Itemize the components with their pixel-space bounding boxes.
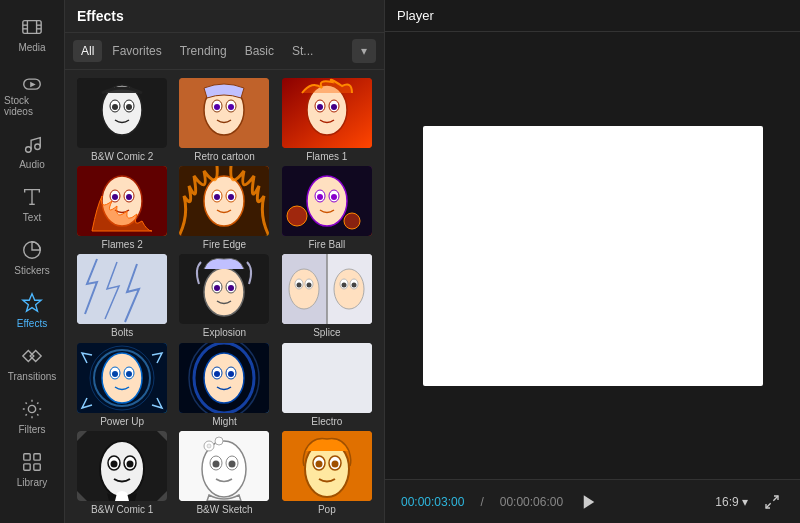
fullscreen-button[interactable] xyxy=(760,490,784,514)
effect-thumb-bolts xyxy=(77,254,167,324)
svg-marker-7 xyxy=(30,82,36,88)
svg-point-50 xyxy=(307,176,347,226)
play-icon xyxy=(580,493,598,511)
sidebar-item-effects[interactable]: Effects xyxy=(0,284,64,337)
sidebar-item-stickers-label: Stickers xyxy=(14,265,50,276)
player-canvas xyxy=(423,126,763,386)
effect-retro-cartoon[interactable]: Retro cartoon xyxy=(175,78,273,162)
effect-explosion[interactable]: Explosion xyxy=(175,254,273,338)
aspect-ratio-label: 16:9 ▾ xyxy=(715,495,748,509)
svg-point-68 xyxy=(289,269,319,309)
effect-explosion-label: Explosion xyxy=(203,327,246,338)
effect-might-label: Might xyxy=(212,416,236,427)
svg-point-90 xyxy=(214,371,220,377)
aspect-ratio-selector[interactable]: 16:9 ▾ xyxy=(715,495,748,509)
svg-rect-16 xyxy=(34,454,40,460)
sidebar-item-stock-videos-label: Stock videos xyxy=(4,95,60,117)
effect-thumb-fire-edge xyxy=(179,166,269,236)
effect-bw-comic2[interactable]: B&W Comic 2 xyxy=(73,78,171,162)
svg-rect-18 xyxy=(34,464,40,470)
music-icon xyxy=(21,133,43,155)
tab-trending[interactable]: Trending xyxy=(172,40,235,62)
effect-fire-ball[interactable]: Fire Ball xyxy=(278,166,376,250)
effect-bw-sketch-label: B&W Sketch xyxy=(196,504,252,515)
effect-bw-comic1-label: B&W Comic 1 xyxy=(91,504,153,515)
effect-electro[interactable]: Electro xyxy=(278,343,376,427)
tab-favorites[interactable]: Favorites xyxy=(104,40,169,62)
effect-fire-ball-label: Fire Ball xyxy=(308,239,345,250)
effect-thumb-pop xyxy=(282,431,372,501)
svg-line-118 xyxy=(766,503,771,508)
svg-point-72 xyxy=(306,283,311,288)
svg-point-8 xyxy=(26,147,31,153)
effect-bw-comic1[interactable]: B&W Comic 1 xyxy=(73,431,171,515)
sidebar-item-transitions-label: Transitions xyxy=(8,371,57,382)
svg-line-117 xyxy=(773,496,778,501)
tab-styles[interactable]: St... xyxy=(284,40,321,62)
sidebar-item-filters[interactable]: Filters xyxy=(0,390,64,443)
effect-splice[interactable]: Splice xyxy=(278,254,376,338)
player-title: Player xyxy=(397,8,434,23)
time-current: 00:00:03:00 xyxy=(401,495,464,509)
effect-flames2[interactable]: Flames 2 xyxy=(73,166,171,250)
svg-point-42 xyxy=(126,194,132,200)
sidebar-item-library[interactable]: Library xyxy=(0,443,64,496)
sidebar-item-media-label: Media xyxy=(18,42,45,53)
svg-point-100 xyxy=(127,460,134,467)
tab-basic[interactable]: Basic xyxy=(237,40,282,62)
sidebar-item-media[interactable]: Media xyxy=(0,8,64,61)
player-header: Player xyxy=(385,0,800,32)
svg-point-9 xyxy=(35,144,41,150)
effect-thumb-powerup xyxy=(77,343,167,413)
svg-point-77 xyxy=(351,283,356,288)
effect-might[interactable]: Might xyxy=(175,343,273,427)
sidebar-item-audio[interactable]: Audio xyxy=(0,125,64,178)
svg-point-108 xyxy=(207,444,211,448)
time-separator: / xyxy=(480,495,483,509)
effect-thumb-splice xyxy=(282,254,372,324)
svg-point-91 xyxy=(228,371,234,377)
svg-point-54 xyxy=(331,194,337,200)
svg-point-41 xyxy=(112,194,118,200)
effects-icon xyxy=(21,292,43,314)
effect-bolts-label: Bolts xyxy=(111,327,133,338)
svg-point-109 xyxy=(215,437,223,445)
effect-thumb-flames1 xyxy=(282,78,372,148)
play-button[interactable] xyxy=(575,488,603,516)
effect-pop-label: Pop xyxy=(318,504,336,515)
svg-point-63 xyxy=(228,285,234,291)
effect-power-up[interactable]: Power Up xyxy=(73,343,171,427)
effect-thumb-electro xyxy=(282,343,372,413)
effect-bolts[interactable]: Bolts xyxy=(73,254,171,338)
sidebar-item-text[interactable]: Text xyxy=(0,178,64,231)
effect-fire-edge[interactable]: Fire Edge xyxy=(175,166,273,250)
tab-all[interactable]: All xyxy=(73,40,102,62)
player-viewport xyxy=(385,32,800,479)
more-tabs-button[interactable]: ▾ xyxy=(352,39,376,63)
svg-point-56 xyxy=(344,213,360,229)
effect-flames2-label: Flames 2 xyxy=(102,239,143,250)
svg-point-105 xyxy=(213,460,220,467)
svg-point-44 xyxy=(204,176,244,226)
text-icon xyxy=(21,186,43,208)
filter-icon xyxy=(21,398,43,420)
svg-point-114 xyxy=(315,460,322,467)
effect-flames1[interactable]: Flames 1 xyxy=(278,78,376,162)
sticker-icon xyxy=(21,239,43,261)
sidebar-item-audio-label: Audio xyxy=(19,159,45,170)
svg-point-71 xyxy=(296,283,301,288)
effects-panel: Effects All Favorites Trending Basic St.… xyxy=(65,0,385,523)
effect-thumb-fireball xyxy=(282,166,372,236)
sidebar: Media Stock videos Audio Text Stickers xyxy=(0,0,65,523)
svg-point-55 xyxy=(287,206,307,226)
effect-pop[interactable]: Pop xyxy=(278,431,376,515)
svg-rect-57 xyxy=(77,254,167,324)
svg-point-79 xyxy=(102,353,142,403)
sidebar-item-transitions[interactable]: Transitions xyxy=(0,337,64,390)
svg-point-23 xyxy=(112,104,118,110)
effect-bw-sketch[interactable]: B&W Sketch xyxy=(175,431,273,515)
effect-retro-cartoon-label: Retro cartoon xyxy=(194,151,255,162)
sidebar-item-stickers[interactable]: Stickers xyxy=(0,231,64,284)
sidebar-item-stock-videos[interactable]: Stock videos xyxy=(0,61,64,125)
player-area: Player 00:00:03:00 / 00:00:06:00 16:9 ▾ xyxy=(385,0,800,523)
